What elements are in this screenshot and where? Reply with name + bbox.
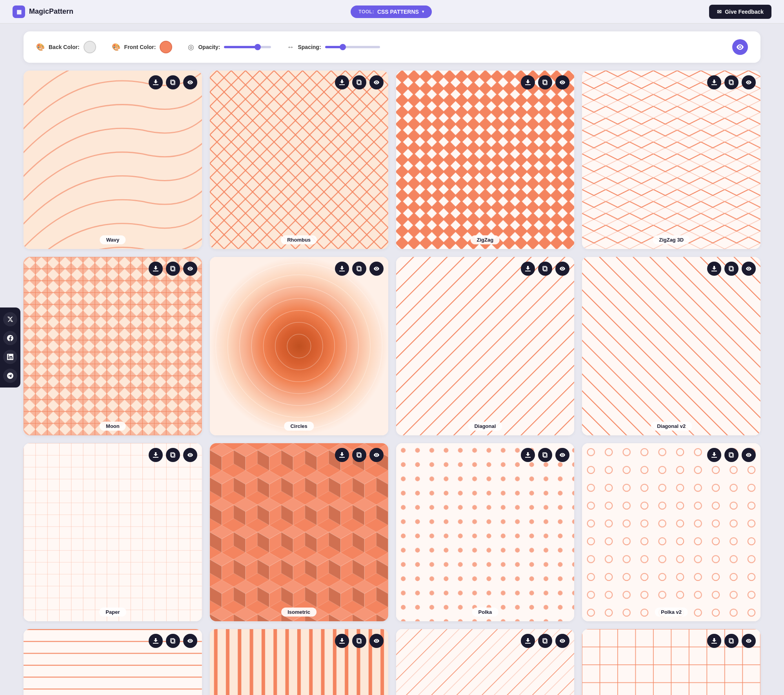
linkedin-button[interactable] bbox=[3, 350, 17, 364]
pattern-card-polka2[interactable]: Polka v2 bbox=[582, 443, 760, 622]
opacity-slider[interactable] bbox=[224, 46, 271, 48]
polka-download-button[interactable] bbox=[521, 448, 535, 462]
rhombus-eye-button[interactable] bbox=[369, 75, 384, 89]
pattern-preview-paper bbox=[24, 443, 202, 622]
zigzag3d-download-button[interactable] bbox=[707, 75, 721, 89]
feedback-button[interactable]: ✉ Give Feedback bbox=[709, 5, 771, 19]
wavy-name: Wavy bbox=[100, 235, 126, 244]
zigzag3d-eye-button[interactable] bbox=[742, 75, 756, 89]
pattern-card-diagonal2[interactable]: Diagonal v2 bbox=[582, 257, 760, 435]
paper-eye-button[interactable] bbox=[183, 448, 197, 462]
polka-copy-button[interactable] bbox=[538, 448, 552, 462]
lines2-copy-button[interactable] bbox=[352, 634, 366, 648]
diagonal2-copy-button[interactable] bbox=[724, 262, 739, 276]
circles-eye-button[interactable] bbox=[369, 262, 384, 276]
pattern-card-diagonal[interactable]: Diagonal bbox=[396, 257, 575, 435]
pattern-card-rhombus[interactable]: Rhombus bbox=[210, 71, 388, 249]
lines-copy-button[interactable] bbox=[166, 634, 180, 648]
front-color-swatch[interactable] bbox=[160, 41, 172, 53]
pattern-card-moon[interactable]: Moon bbox=[24, 257, 202, 435]
pattern-card-lines2[interactable]: Lines v2 bbox=[210, 629, 388, 695]
tool-name: CSS PATTERNS bbox=[377, 9, 419, 15]
pattern-grid: Wavy Rhombus bbox=[0, 71, 784, 695]
spacing-slider[interactable] bbox=[325, 46, 380, 48]
zigzag-actions bbox=[521, 75, 569, 89]
paper-download-button[interactable] bbox=[149, 448, 163, 462]
facebook-button[interactable] bbox=[3, 331, 17, 345]
isometric-eye-button[interactable] bbox=[369, 448, 384, 462]
twitter-button[interactable] bbox=[3, 312, 17, 326]
pattern-card-diagonal3[interactable]: Diagonal v3 bbox=[396, 629, 575, 695]
zigzag-eye-button[interactable] bbox=[555, 75, 569, 89]
boxes-download-button[interactable] bbox=[707, 634, 721, 648]
tool-selector-button[interactable]: TOOL: CSS PATTERNS ▾ bbox=[351, 5, 432, 18]
paper-actions bbox=[149, 448, 197, 462]
diagonal2-actions bbox=[707, 262, 756, 276]
diagonal2-download-button[interactable] bbox=[707, 262, 721, 276]
logo-icon: ▦ bbox=[13, 5, 25, 18]
isometric-copy-button[interactable] bbox=[352, 448, 366, 462]
telegram-button[interactable] bbox=[3, 369, 17, 383]
wavy-copy-button[interactable] bbox=[166, 75, 180, 89]
diagonal3-download-button[interactable] bbox=[521, 634, 535, 648]
diagonal3-copy-button[interactable] bbox=[538, 634, 552, 648]
diagonal-copy-button[interactable] bbox=[538, 262, 552, 276]
polka2-download-button[interactable] bbox=[707, 448, 721, 462]
zigzag-copy-button[interactable] bbox=[538, 75, 552, 89]
svg-rect-17 bbox=[24, 257, 202, 435]
wavy-download-button[interactable] bbox=[149, 75, 163, 89]
back-color-control: 🎨 Back Color: bbox=[36, 41, 96, 53]
back-color-swatch[interactable] bbox=[84, 41, 96, 53]
rhombus-download-button[interactable] bbox=[335, 75, 349, 89]
moon-copy-button[interactable] bbox=[166, 262, 180, 276]
wavy-eye-button[interactable] bbox=[183, 75, 197, 89]
opacity-label: Opacity: bbox=[198, 44, 220, 50]
pattern-card-lines[interactable]: Lines bbox=[24, 629, 202, 695]
zigzag3d-name: ZigZag 3D bbox=[653, 235, 690, 244]
pattern-card-wavy[interactable]: Wavy bbox=[24, 71, 202, 249]
diagonal-actions bbox=[521, 262, 569, 276]
pattern-card-polka[interactable]: Polka bbox=[396, 443, 575, 622]
lines-download-button[interactable] bbox=[149, 634, 163, 648]
diagonal3-actions bbox=[521, 634, 569, 648]
diagonal2-eye-button[interactable] bbox=[742, 262, 756, 276]
pattern-card-circles[interactable]: Circles bbox=[210, 257, 388, 435]
zigzag-download-button[interactable] bbox=[521, 75, 535, 89]
diagonal-download-button[interactable] bbox=[521, 262, 535, 276]
polka2-copy-button[interactable] bbox=[724, 448, 739, 462]
circles-copy-button[interactable] bbox=[352, 262, 366, 276]
boxes-copy-button[interactable] bbox=[724, 634, 739, 648]
polka2-actions bbox=[707, 448, 756, 462]
boxes-eye-button[interactable] bbox=[742, 634, 756, 648]
lines-eye-button[interactable] bbox=[183, 634, 197, 648]
header: ▦ MagicPattern TOOL: CSS PATTERNS ▾ ✉ Gi… bbox=[0, 0, 784, 24]
pattern-card-boxes[interactable]: Boxes bbox=[582, 629, 760, 695]
front-color-control: 🎨 Front Color: bbox=[112, 41, 173, 53]
paper-copy-button[interactable] bbox=[166, 448, 180, 462]
pattern-card-paper[interactable]: Paper bbox=[24, 443, 202, 622]
pattern-preview-zigzag bbox=[396, 71, 575, 249]
preview-eye-button[interactable] bbox=[732, 39, 748, 55]
feedback-envelope-icon: ✉ bbox=[717, 9, 722, 15]
circles-download-button[interactable] bbox=[335, 262, 349, 276]
diagonal-eye-button[interactable] bbox=[555, 262, 569, 276]
circles-name: Circles bbox=[284, 422, 313, 431]
polka2-eye-button[interactable] bbox=[742, 448, 756, 462]
moon-download-button[interactable] bbox=[149, 262, 163, 276]
pattern-card-isometric[interactable]: Isometric bbox=[210, 443, 388, 622]
pattern-card-zigzag3d[interactable]: ZigZag 3D bbox=[582, 71, 760, 249]
zigzag3d-copy-button[interactable] bbox=[724, 75, 739, 89]
polka-eye-button[interactable] bbox=[555, 448, 569, 462]
lines2-download-button[interactable] bbox=[335, 634, 349, 648]
spacing-control: ↔ Spacing: bbox=[287, 43, 380, 51]
pattern-preview-zigzag3d bbox=[582, 71, 760, 249]
moon-eye-button[interactable] bbox=[183, 262, 197, 276]
polka-name: Polka bbox=[472, 608, 498, 617]
paper-name: Paper bbox=[99, 608, 126, 617]
rhombus-copy-button[interactable] bbox=[352, 75, 366, 89]
svg-rect-58 bbox=[582, 443, 760, 622]
diagonal3-eye-button[interactable] bbox=[555, 634, 569, 648]
isometric-download-button[interactable] bbox=[335, 448, 349, 462]
lines2-eye-button[interactable] bbox=[369, 634, 384, 648]
pattern-card-zigzag[interactable]: ZigZag bbox=[396, 71, 575, 249]
